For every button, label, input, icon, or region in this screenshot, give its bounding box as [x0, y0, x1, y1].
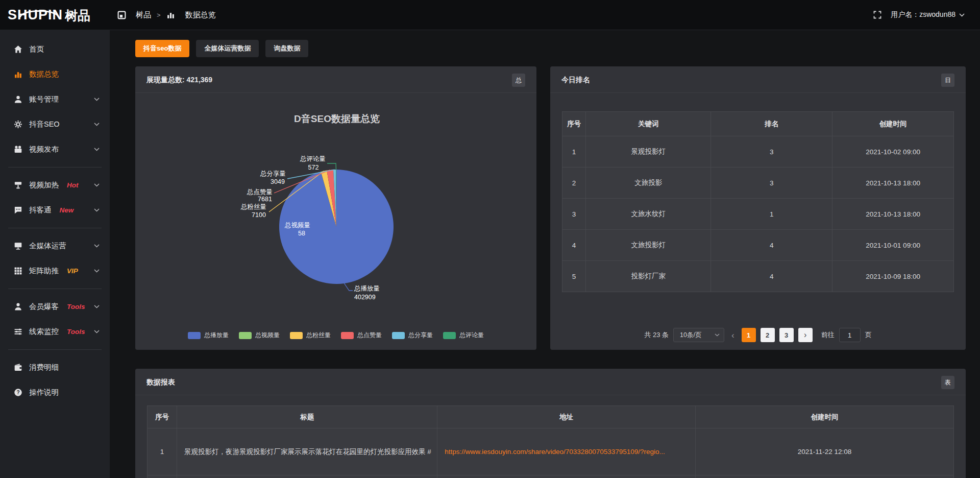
ranking-col-header: 序号	[562, 112, 586, 136]
sidebar-item-douyin-seo[interactable]: 抖音SEO	[0, 112, 110, 137]
sidebar-item-label: 操作说明	[29, 388, 59, 397]
next-page-button[interactable]: ›	[798, 328, 813, 342]
table-view-button[interactable]: 表	[941, 376, 954, 389]
legend-item[interactable]: 总粉丝量	[290, 331, 331, 340]
table-cell: 3	[711, 168, 832, 199]
breadcrumb-item-root[interactable]: 树品	[117, 10, 151, 20]
chat-icon	[13, 206, 22, 215]
report-col-header: 序号	[148, 406, 177, 428]
page-button-2[interactable]: 2	[761, 328, 775, 342]
sidebar-item-video-heat[interactable]: 视频加热Hot	[0, 173, 110, 198]
chevron-down-icon	[94, 208, 100, 212]
tab-0[interactable]: 抖音seo数据	[135, 40, 189, 57]
table-row: 1景观投影灯，夜游景观投影灯厂家展示展示落花灯在花园里的灯光投影应用效果 #ht…	[148, 428, 954, 475]
chevron-down-icon	[94, 123, 100, 126]
report-title-cell: 景观投影灯，夜游景观投影灯厂家展示展示落花灯在花园里的灯光投影应用效果 #	[177, 428, 437, 475]
body-row: 首页数据总览账号管理抖音SEO视频发布视频加热Hot抖客通New全媒体运营矩阵助…	[0, 30, 980, 478]
ranking-panel-title: 今日排名	[561, 76, 590, 85]
tab-1[interactable]: 全媒体运营数据	[196, 40, 259, 57]
chevron-down-icon	[94, 183, 100, 187]
breadcrumb: 树品 > 数据总览	[117, 10, 216, 20]
pie-label-name: 总点赞量	[247, 188, 273, 196]
report-table: 序号标题地址创建时间1景观投影灯，夜游景观投影灯厂家展示展示落花灯在花园里的灯光…	[147, 405, 954, 478]
ranking-panel: 今日排名 日 序号关键词排名创建时间1景观投影灯32021-10-02 09:0…	[550, 66, 966, 350]
sidebar-item-media-ops[interactable]: 全媒体运营	[0, 233, 110, 258]
ranking-table: 序号关键词排名创建时间1景观投影灯32021-10-02 09:002文旅投影3…	[562, 111, 954, 292]
goto-label: 前往	[821, 330, 835, 340]
sidebar-divider	[8, 228, 102, 228]
app-square-icon	[117, 10, 126, 19]
legend-swatch	[188, 332, 201, 339]
sidebar-item-label: 抖客通	[29, 205, 52, 215]
pie-label-value: 58	[298, 230, 305, 237]
sidebar-item-data-overview[interactable]: 数据总览	[0, 62, 110, 87]
sidebar-item-account[interactable]: 账号管理	[0, 87, 110, 112]
gear-icon	[13, 120, 22, 129]
legend-swatch	[341, 332, 354, 339]
sidebar-item-consume-detail[interactable]: 消费明细	[0, 355, 110, 380]
sidebar-item-label: 抖音SEO	[29, 119, 60, 129]
table-cell: 4	[711, 261, 832, 292]
page-button-3[interactable]: 3	[779, 328, 794, 342]
main-content: 抖音seo数据全媒体运营数据询盘数据 展现量总数: 421,369 总 D音SE…	[110, 30, 980, 478]
legend-item[interactable]: 总点赞量	[341, 331, 382, 340]
legend-item[interactable]: 总分享量	[392, 331, 433, 340]
legend-swatch	[392, 332, 405, 339]
pie-label-name: 总粉丝量	[240, 203, 266, 210]
sidebar-item-home[interactable]: 首页	[0, 37, 110, 62]
legend-item[interactable]: 总视频量	[239, 331, 280, 340]
bar-chart-icon	[166, 10, 176, 19]
sidebar-item-label: 首页	[29, 44, 44, 54]
fullscreen-icon[interactable]	[873, 11, 881, 19]
sidebar-item-video-publish[interactable]: 视频发布	[0, 137, 110, 162]
table-row: 3文旅水纹灯12021-10-13 18:00	[562, 199, 954, 230]
total-view-button[interactable]: 总	[512, 74, 525, 87]
legend-item[interactable]: 总播放量	[188, 331, 229, 340]
sidebar-item-matrix-boost[interactable]: 矩阵助推VIP	[0, 258, 110, 283]
table-cell: 1	[148, 428, 177, 475]
table-cell: 1	[711, 199, 832, 230]
ranking-col-header: 排名	[711, 112, 832, 136]
ranking-col-header: 关键词	[586, 112, 711, 136]
brand-logo[interactable]: SHUPIN 树品	[0, 8, 110, 22]
topbar-right: 用户名：zswodun88	[873, 10, 980, 19]
breadcrumb-item-current[interactable]: 数据总览	[166, 10, 216, 20]
chevron-down-icon	[94, 98, 100, 101]
table-cell: 4	[711, 230, 832, 261]
person-icon	[13, 302, 22, 312]
table-cell: 3	[711, 136, 832, 168]
sidebar-item-clue-monitor[interactable]: 线索监控Tools	[0, 319, 110, 344]
table-cell: 景观投影灯	[586, 136, 711, 168]
table-cell: 5	[562, 261, 586, 292]
svg-text:?: ?	[16, 390, 19, 395]
pie-label-line	[327, 163, 336, 170]
pagination: 共 23 条10条/页‹123›前往页	[550, 328, 966, 342]
app-root: SHUPIN 树品 树品 > 数据总览 用户名	[0, 0, 980, 478]
user-menu[interactable]: 用户名：zswodun88	[891, 10, 965, 19]
table-row	[148, 475, 954, 478]
goto-page-input[interactable]	[839, 328, 861, 342]
page-button-1[interactable]: 1	[742, 328, 756, 342]
daily-view-button[interactable]: 日	[941, 74, 954, 87]
page-size-select[interactable]: 10条/页	[673, 328, 724, 342]
table-cell: 文旅水纹灯	[586, 199, 711, 230]
sidebar-item-member[interactable]: 会员爆客Tools	[0, 294, 110, 319]
pie-label-value: 572	[308, 164, 319, 171]
video-link[interactable]: https://www.iesdouyin.com/share/video/70…	[445, 448, 665, 456]
sidebar-item-label: 数据总览	[29, 69, 59, 79]
sidebar-item-help[interactable]: ?操作说明	[0, 380, 110, 405]
wallet-icon	[13, 363, 22, 372]
report-col-header: 创建时间	[695, 406, 953, 428]
prev-page-button[interactable]: ‹	[729, 331, 737, 340]
pie-label-value: 402909	[354, 294, 376, 301]
sidebar-item-douketong[interactable]: 抖客通New	[0, 198, 110, 223]
legend-label: 总视频量	[255, 331, 280, 340]
table-cell: 2021-11-22 12:08	[695, 428, 953, 475]
seo-pie-chart[interactable]: D音SEO数据量总览总播放量402909总视频量58总粉丝量7100总点赞量76…	[135, 93, 536, 328]
sidebar-item-badge: New	[60, 206, 74, 214]
table-row: 5投影灯厂家42021-10-09 18:00	[562, 261, 954, 292]
ranking-col-header: 创建时间	[832, 112, 954, 136]
sliders-icon	[13, 327, 22, 337]
tab-2[interactable]: 询盘数据	[265, 40, 308, 57]
legend-item[interactable]: 总评论量	[443, 331, 484, 340]
